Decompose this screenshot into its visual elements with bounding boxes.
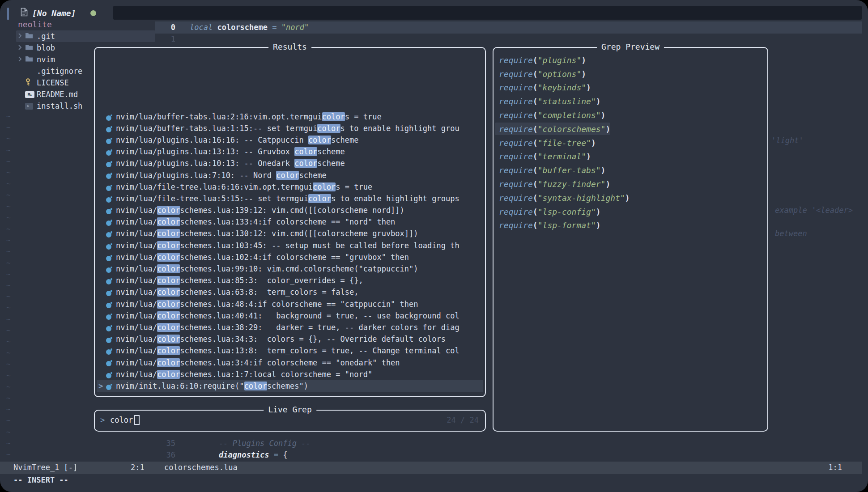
filetree-item-label: .git [37,32,55,41]
result-row[interactable]: >nvim/lua/plugins.lua:7:10: -- Nord colo… [95,169,485,181]
empty-line-tilde: ~ [6,325,11,336]
background-text-fragment: 'light' [771,136,804,145]
empty-line-tilde: ~ [6,234,11,246]
paren: ) [625,193,630,203]
lua-icon [106,172,112,181]
code-token: { [283,450,287,459]
result-row[interactable]: >nvim/lua/colorschemes.lua:40:41: backgr… [95,310,485,322]
result-row[interactable]: >nvim/lua/colorschemes.lua:102:4:if colo… [95,251,485,263]
lua-icon [106,185,112,191]
result-row[interactable]: >nvim/lua/colorschemes.lua:38:29: darker… [95,322,485,333]
paren: ) [596,207,601,216]
empty-line-tilde: ~ [6,212,11,223]
live-grep-window: Live Grep > color 24 / 24 [94,410,486,432]
paren: ( [533,124,538,134]
empty-line-tilde: ~ [6,223,11,234]
code-token [277,23,281,32]
require-keyword: require [499,110,533,120]
filetree-item--git[interactable]: .git [16,30,155,42]
result-text: nvim/lua/buffer-tabs.lua:2:16:vim.opt.te… [116,112,382,121]
result-row[interactable]: >nvim/lua/buffer-tabs.lua:2:16:vim.opt.t… [95,111,485,123]
result-row[interactable]: >nvim/init.lua:6:10:require("colorscheme… [95,380,485,392]
result-row[interactable]: >nvim/lua/colorschemes.lua:13:8: term_co… [95,345,485,356]
filetree-root-label: neolite [18,20,52,29]
result-row[interactable]: >nvim/lua/file-tree.lua:6:16:vim.opt.ter… [95,181,485,193]
result-row[interactable]: >nvim/lua/colorschemes.lua:48:4:if color… [95,298,485,310]
result-text: nvim/lua/file-tree.lua:5:15:-- set termg… [116,194,460,203]
result-row[interactable]: >nvim/lua/colorschemes.lua:1:7:local col… [95,369,485,380]
lua-icon [106,266,112,275]
match-highlight: color [157,229,180,238]
preview-line: require("terminal") [494,150,767,164]
results-title: Results [268,42,311,51]
result-row[interactable]: >nvim/lua/colorschemes.lua:63:8: term_co… [95,286,485,298]
lua-icon [106,324,112,333]
search-input[interactable]: color [110,416,133,424]
tab-label: [No Name] [32,8,76,18]
result-row[interactable]: >nvim/lua/buffer-tabs.lua:1:15:-- set te… [95,123,485,134]
empty-line-tilde: ~ [6,178,11,189]
code-token [268,23,272,32]
code-token: = [274,450,278,459]
empty-line-tilde: ~ [6,167,11,178]
empty-line-tilde: ~ [6,403,11,415]
line-number-36: 36 [155,450,175,459]
empty-line-tilde: ~ [6,257,11,268]
tab-no-name[interactable]: [No Name] [21,5,96,21]
lua-icon [106,220,112,226]
module-string: "file-tree" [538,138,591,148]
lua-icon [106,242,112,251]
filetree-item-label: .gitignore [37,67,82,76]
result-text: nvim/lua/colorschemes.lua:34:3: colors =… [116,335,446,344]
folder-icon [25,55,33,64]
result-row[interactable]: >nvim/lua/colorschemes.lua:133:4:if colo… [95,216,485,228]
empty-line-tilde: ~ [6,426,11,437]
result-row[interactable]: >nvim/lua/colorschemes.lua:3:4:if colors… [95,356,485,368]
require-keyword: require [499,165,533,175]
background-text-fragment: between [775,229,807,238]
paren: ( [533,97,538,106]
lua-icon [106,301,112,310]
result-row[interactable]: >nvim/lua/colorschemes.lua:85:3: color_o… [95,275,485,286]
result-row[interactable]: >nvim/lua/plugins.lua:16:16: -- Catppucc… [95,134,485,146]
code-token: diagnostics [219,450,269,459]
result-row[interactable]: >nvim/lua/plugins.lua:13:13: -- Gruvbox … [95,146,485,157]
filetree-item-label: README.md [37,90,78,99]
paren: ) [591,138,596,148]
result-text: nvim/lua/colorschemes.lua:40:41: backgro… [116,311,460,320]
lua-icon [106,337,112,343]
result-row[interactable]: >nvim/lua/colorschemes.lua:34:3: colors … [95,333,485,345]
lua-icon [106,278,112,284]
paren: ( [533,207,538,216]
lua-icon [106,195,112,204]
result-row[interactable]: >nvim/lua/file-tree.lua:5:15:-- set term… [95,193,485,204]
result-row[interactable]: >nvim/lua/colorschemes.lua:103:45: -- se… [95,240,485,251]
result-text: nvim/lua/plugins.lua:10:13: -- Onedark c… [116,159,345,168]
empty-line-tilde: ~ [6,336,11,347]
require-keyword: require [499,83,533,92]
lua-icon [106,230,112,239]
match-highlight: color [157,217,180,226]
file-icon [21,8,28,18]
modified-dot-icon [90,10,96,16]
result-row[interactable]: >nvim/lua/plugins.lua:10:13: -- Onedark … [95,157,485,169]
lua-icon [106,148,112,157]
git-diamond-icon [25,67,26,76]
code-token [278,450,283,459]
match-highlight: color [322,112,345,121]
result-row[interactable]: >nvim/lua/colorschemes.lua:99:10: vim.cm… [95,263,485,275]
match-highlight: color [157,346,180,355]
filetree-item-label: LICENSE [37,78,69,87]
empty-line-tilde: ~ [6,122,11,133]
preview-line: require("lsp-format") [494,219,767,233]
code-token: = [272,23,277,32]
paren: ( [533,165,538,175]
terminal-icon: >_ [25,103,33,110]
result-row[interactable]: >nvim/lua/colorschemes.lua:139:12: vim.c… [95,204,485,216]
editor-line-0: local colorscheme = "nord" [190,23,309,32]
filetree-item-label: blob [37,43,55,52]
result-row[interactable]: >nvim/lua/colorschemes.lua:130:12: vim.c… [95,228,485,239]
lua-icon [106,114,112,123]
filetree-item-label: nvim [37,55,55,64]
lua-icon [106,149,112,156]
